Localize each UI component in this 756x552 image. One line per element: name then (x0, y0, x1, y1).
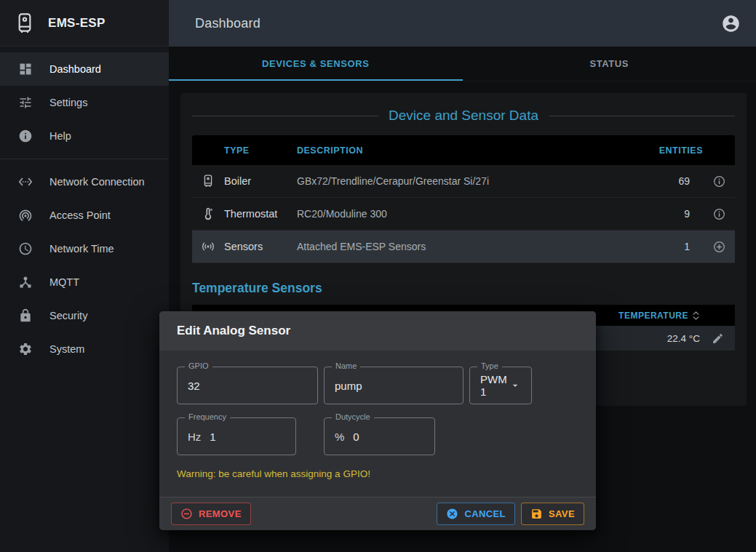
column-header-entities: ENTITIES (637, 145, 703, 156)
sidebar-item-settings[interactable]: Settings (0, 86, 169, 119)
type-select-value: PWM 1 (480, 373, 509, 398)
thermostat-icon (192, 207, 224, 221)
app-window: EMS-ESP Dashboard Settings Help (0, 0, 756, 552)
chevron-down-icon (509, 380, 521, 391)
device-hub-icon (17, 274, 33, 290)
gpio-input[interactable] (188, 380, 307, 392)
dialog-title: Edit Analog Sensor (159, 311, 596, 351)
device-table: TYPE DESCRIPTION ENTITIES Boiler GBx72/T… (192, 135, 735, 263)
info-circle-icon[interactable] (703, 175, 735, 188)
frequency-input[interactable] (210, 431, 285, 443)
sidebar-item-security[interactable]: Security (0, 299, 169, 332)
edit-pencil-icon[interactable] (700, 332, 735, 345)
section-title: Device and Sensor Data (192, 108, 735, 124)
dutycycle-field-label: Dutycycle (332, 412, 374, 421)
remove-circle-icon (180, 508, 193, 520)
device-entities: 1 (637, 241, 703, 252)
sidebar-item-dashboard[interactable]: Dashboard (0, 52, 169, 86)
remove-button-label: REMOVE (199, 508, 242, 519)
device-entities: 69 (637, 175, 703, 187)
cancel-button[interactable]: CANCEL (437, 503, 515, 525)
type-field-label: Type (477, 361, 502, 370)
sidebar-item-mqtt[interactable]: MQTT (0, 265, 169, 299)
field-row-1: GPIO Name Type PWM 1 (177, 367, 578, 404)
ems-esp-logo-icon (12, 10, 38, 36)
field-row-2: Frequency Hz Dutycycle % (177, 417, 578, 455)
tab-status[interactable]: STATUS (463, 47, 756, 81)
device-description: RC20/Moduline 300 (297, 208, 637, 220)
info-icon (17, 128, 33, 144)
sidebar-item-label: Dashboard (49, 63, 101, 75)
sidebar-item-label: Help (49, 130, 71, 142)
column-header-type: TYPE (224, 145, 297, 156)
gear-icon (17, 341, 33, 357)
sidebar-divider (0, 159, 169, 159)
dutycycle-unit-prefix: % (335, 431, 344, 443)
tab-bar: DEVICES & SENSORS STATUS (169, 47, 756, 81)
sidebar-item-access-point[interactable]: Access Point (0, 199, 169, 232)
frequency-unit-prefix: Hz (188, 431, 201, 443)
info-circle-icon[interactable] (703, 207, 735, 221)
name-input[interactable] (335, 380, 453, 392)
gpio-field[interactable]: GPIO (177, 367, 318, 404)
clock-icon (17, 241, 33, 257)
sidebar-item-label: Network Time (49, 243, 114, 255)
type-select[interactable]: Type PWM 1 (469, 367, 532, 404)
table-row-sensors[interactable]: Sensors Attached EMS-ESP Sensors 1 (192, 231, 735, 263)
cancel-button-label: CANCEL (464, 508, 506, 519)
dialog-actions: REMOVE CANCEL SAVE (159, 497, 596, 530)
dutycycle-input[interactable] (353, 431, 424, 443)
section-title-text: Device and Sensor Data (389, 108, 538, 124)
save-floppy-icon (530, 508, 543, 520)
sidebar-item-network-connection[interactable]: Network Connection (0, 165, 169, 199)
column-header-temperature: TEMPERATURE (618, 311, 688, 321)
tab-devices-sensors[interactable]: DEVICES & SENSORS (169, 47, 463, 81)
sidebar-item-help[interactable]: Help (0, 119, 169, 153)
account-circle-icon[interactable] (720, 12, 741, 34)
sidebar: EMS-ESP Dashboard Settings Help (0, 0, 169, 552)
column-header-description: DESCRIPTION (297, 145, 637, 156)
save-button-label: SAVE (549, 508, 575, 519)
tune-icon (17, 95, 33, 111)
sort-arrows-icon (692, 311, 700, 321)
sidebar-item-label: Security (49, 310, 87, 321)
sidebar-item-label: System (49, 343, 84, 355)
sidebar-item-system[interactable]: System (0, 332, 169, 366)
device-table-header: TYPE DESCRIPTION ENTITIES (192, 135, 735, 165)
sidebar-header: EMS-ESP (0, 0, 169, 47)
tab-label: DEVICES & SENSORS (262, 58, 369, 69)
lock-icon (17, 308, 33, 324)
name-field-label: Name (332, 361, 360, 370)
sidebar-item-network-time[interactable]: Network Time (0, 232, 169, 265)
tab-label: STATUS (589, 58, 629, 69)
name-field[interactable]: Name (324, 367, 463, 404)
device-type: Sensors (224, 241, 297, 252)
remove-button[interactable]: REMOVE (171, 503, 251, 525)
add-circle-icon[interactable] (703, 240, 735, 254)
sidebar-item-label: Settings (49, 97, 87, 108)
frequency-field[interactable]: Frequency Hz (177, 417, 296, 455)
gpio-field-label: GPIO (185, 361, 212, 370)
device-type: Thermostat (224, 208, 297, 220)
sidebar-item-label: Access Point (49, 209, 111, 221)
page-title: Dashboard (195, 16, 260, 31)
device-entities: 9 (637, 208, 703, 220)
appbar: Dashboard (169, 0, 756, 47)
frequency-field-label: Frequency (185, 412, 230, 421)
temperature-sensors-heading: Temperature Sensors (192, 281, 735, 296)
wifi-tethering-icon (17, 207, 33, 223)
gpio-warning-text: Warning: be careful when assigning a GPI… (177, 468, 578, 479)
sensors-icon (192, 239, 224, 254)
table-row-thermostat[interactable]: Thermostat RC20/Moduline 300 9 (192, 198, 735, 231)
sidebar-menu: Dashboard Settings Help Network Connec (0, 47, 169, 366)
save-button[interactable]: SAVE (521, 503, 584, 525)
table-row-boiler[interactable]: Boiler GBx72/Trendline/Cerapur/Greenstar… (192, 165, 735, 198)
boiler-icon (192, 174, 224, 188)
dutycycle-field[interactable]: Dutycycle % (324, 417, 435, 455)
ethernet-icon (17, 174, 33, 190)
device-description: GBx72/Trendline/Cerapur/Greenstar Si/27i (297, 175, 637, 187)
sidebar-item-label: MQTT (49, 276, 79, 288)
device-type: Boiler (224, 175, 297, 187)
app-title: EMS-ESP (48, 16, 106, 31)
edit-analog-sensor-dialog: Edit Analog Sensor GPIO Name Type PWM 1 (159, 311, 596, 530)
